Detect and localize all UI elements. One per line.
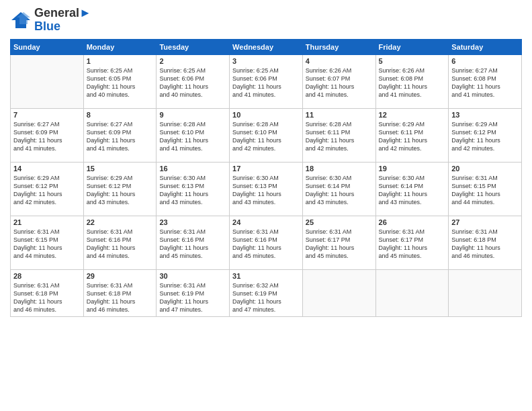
day-info: Sunrise: 6:31 AMSunset: 6:16 PMDaylight:…	[87, 228, 154, 261]
day-number: 17	[232, 165, 300, 173]
calendar-cell: 24Sunrise: 6:31 AMSunset: 6:16 PMDayligh…	[230, 216, 303, 269]
weekday-saturday: Saturday	[449, 39, 522, 54]
day-number: 12	[379, 111, 446, 119]
day-number: 11	[306, 111, 373, 119]
calendar-cell: 3Sunrise: 6:25 AMSunset: 6:06 PMDaylight…	[230, 54, 303, 108]
day-info: Sunrise: 6:28 AMSunset: 6:10 PMDaylight:…	[232, 120, 300, 153]
day-number: 18	[306, 165, 373, 173]
day-info: Sunrise: 6:31 AMSunset: 6:17 PMDaylight:…	[306, 228, 373, 261]
day-info: Sunrise: 6:31 AMSunset: 6:15 PMDaylight:…	[451, 174, 519, 207]
calendar-body: 1Sunrise: 6:25 AMSunset: 6:05 PMDaylight…	[11, 54, 522, 316]
day-number: 19	[379, 165, 446, 173]
day-number: 29	[87, 272, 154, 280]
calendar-header: SundayMondayTuesdayWednesdayThursdayFrid…	[11, 39, 522, 54]
day-number: 13	[451, 111, 519, 119]
day-info: Sunrise: 6:31 AMSunset: 6:19 PMDaylight:…	[159, 281, 226, 314]
day-number: 25	[306, 218, 373, 226]
day-number: 30	[159, 272, 226, 280]
day-number: 20	[451, 165, 519, 173]
weekday-wednesday: Wednesday	[230, 39, 303, 54]
calendar-cell: 11Sunrise: 6:28 AMSunset: 6:11 PMDayligh…	[302, 108, 375, 162]
day-info: Sunrise: 6:27 AMSunset: 6:09 PMDaylight:…	[13, 120, 81, 153]
header: General► Blue	[10, 7, 522, 34]
calendar: SundayMondayTuesdayWednesdayThursdayFrid…	[10, 39, 522, 317]
calendar-cell: 12Sunrise: 6:29 AMSunset: 6:11 PMDayligh…	[375, 108, 449, 162]
day-info: Sunrise: 6:28 AMSunset: 6:11 PMDaylight:…	[306, 120, 373, 153]
calendar-cell: 26Sunrise: 6:31 AMSunset: 6:17 PMDayligh…	[375, 216, 449, 269]
day-info: Sunrise: 6:27 AMSunset: 6:08 PMDaylight:…	[451, 66, 519, 99]
calendar-cell: 30Sunrise: 6:31 AMSunset: 6:19 PMDayligh…	[157, 269, 230, 316]
day-info: Sunrise: 6:30 AMSunset: 6:14 PMDaylight:…	[379, 174, 446, 207]
day-info: Sunrise: 6:25 AMSunset: 6:06 PMDaylight:…	[232, 66, 300, 99]
day-info: Sunrise: 6:30 AMSunset: 6:13 PMDaylight:…	[232, 174, 300, 207]
day-info: Sunrise: 6:25 AMSunset: 6:06 PMDaylight:…	[159, 66, 226, 99]
calendar-cell: 13Sunrise: 6:29 AMSunset: 6:12 PMDayligh…	[449, 108, 522, 162]
calendar-cell: 18Sunrise: 6:30 AMSunset: 6:14 PMDayligh…	[302, 162, 375, 216]
logo: General► Blue	[10, 7, 91, 34]
day-number: 5	[379, 57, 446, 65]
calendar-cell: 5Sunrise: 6:26 AMSunset: 6:08 PMDaylight…	[375, 54, 449, 108]
day-info: Sunrise: 6:30 AMSunset: 6:14 PMDaylight:…	[306, 174, 373, 207]
day-info: Sunrise: 6:29 AMSunset: 6:12 PMDaylight:…	[13, 174, 81, 207]
calendar-cell: 22Sunrise: 6:31 AMSunset: 6:16 PMDayligh…	[83, 216, 157, 269]
calendar-cell: 15Sunrise: 6:29 AMSunset: 6:12 PMDayligh…	[83, 162, 157, 216]
calendar-cell: 1Sunrise: 6:25 AMSunset: 6:05 PMDaylight…	[83, 54, 157, 108]
day-info: Sunrise: 6:25 AMSunset: 6:05 PMDaylight:…	[87, 66, 154, 99]
calendar-cell: 25Sunrise: 6:31 AMSunset: 6:17 PMDayligh…	[302, 216, 375, 269]
calendar-cell: 16Sunrise: 6:30 AMSunset: 6:13 PMDayligh…	[157, 162, 230, 216]
day-number: 6	[451, 57, 519, 65]
calendar-cell: 23Sunrise: 6:31 AMSunset: 6:16 PMDayligh…	[157, 216, 230, 269]
day-info: Sunrise: 6:26 AMSunset: 6:08 PMDaylight:…	[379, 66, 446, 99]
calendar-cell: 20Sunrise: 6:31 AMSunset: 6:15 PMDayligh…	[449, 162, 522, 216]
day-number: 8	[87, 111, 154, 119]
day-info: Sunrise: 6:30 AMSunset: 6:13 PMDaylight:…	[159, 174, 226, 207]
day-info: Sunrise: 6:29 AMSunset: 6:12 PMDaylight:…	[87, 174, 154, 207]
day-number: 3	[232, 57, 300, 65]
calendar-cell: 4Sunrise: 6:26 AMSunset: 6:07 PMDaylight…	[302, 54, 375, 108]
day-info: Sunrise: 6:29 AMSunset: 6:12 PMDaylight:…	[451, 120, 519, 153]
calendar-cell: 2Sunrise: 6:25 AMSunset: 6:06 PMDaylight…	[157, 54, 230, 108]
logo-general: General	[34, 6, 79, 19]
logo-text: General► Blue	[34, 7, 91, 34]
day-info: Sunrise: 6:31 AMSunset: 6:17 PMDaylight:…	[379, 228, 446, 261]
calendar-cell: 8Sunrise: 6:27 AMSunset: 6:09 PMDaylight…	[83, 108, 157, 162]
calendar-week-3: 21Sunrise: 6:31 AMSunset: 6:15 PMDayligh…	[11, 216, 522, 269]
calendar-cell: 14Sunrise: 6:29 AMSunset: 6:12 PMDayligh…	[11, 162, 84, 216]
day-number: 21	[13, 218, 81, 226]
calendar-cell: 17Sunrise: 6:30 AMSunset: 6:13 PMDayligh…	[230, 162, 303, 216]
calendar-cell: 27Sunrise: 6:31 AMSunset: 6:18 PMDayligh…	[449, 216, 522, 269]
day-number: 16	[159, 165, 226, 173]
day-number: 24	[232, 218, 300, 226]
calendar-cell	[375, 269, 449, 316]
day-info: Sunrise: 6:31 AMSunset: 6:18 PMDaylight:…	[87, 281, 154, 314]
logo-blue: Blue	[34, 19, 60, 33]
day-number: 9	[159, 111, 226, 119]
day-info: Sunrise: 6:31 AMSunset: 6:18 PMDaylight:…	[13, 281, 81, 314]
day-number: 31	[232, 272, 300, 280]
day-number: 4	[306, 57, 373, 65]
day-number: 15	[87, 165, 154, 173]
day-number: 22	[87, 218, 154, 226]
weekday-friday: Friday	[375, 39, 449, 54]
day-info: Sunrise: 6:31 AMSunset: 6:18 PMDaylight:…	[451, 228, 519, 261]
day-number: 7	[13, 111, 81, 119]
calendar-cell	[449, 269, 522, 316]
calendar-cell	[302, 269, 375, 316]
day-info: Sunrise: 6:28 AMSunset: 6:10 PMDaylight:…	[159, 120, 226, 153]
weekday-thursday: Thursday	[302, 39, 375, 54]
calendar-cell: 31Sunrise: 6:32 AMSunset: 6:19 PMDayligh…	[230, 269, 303, 316]
weekday-monday: Monday	[83, 39, 157, 54]
day-info: Sunrise: 6:27 AMSunset: 6:09 PMDaylight:…	[87, 120, 154, 153]
calendar-cell: 9Sunrise: 6:28 AMSunset: 6:10 PMDaylight…	[157, 108, 230, 162]
day-number: 1	[87, 57, 154, 65]
day-info: Sunrise: 6:31 AMSunset: 6:15 PMDaylight:…	[13, 228, 81, 261]
weekday-tuesday: Tuesday	[157, 39, 230, 54]
logo-icon	[10, 11, 32, 30]
calendar-week-0: 1Sunrise: 6:25 AMSunset: 6:05 PMDaylight…	[11, 54, 522, 108]
day-info: Sunrise: 6:29 AMSunset: 6:11 PMDaylight:…	[379, 120, 446, 153]
calendar-week-4: 28Sunrise: 6:31 AMSunset: 6:18 PMDayligh…	[11, 269, 522, 316]
day-info: Sunrise: 6:32 AMSunset: 6:19 PMDaylight:…	[232, 281, 300, 314]
calendar-cell: 7Sunrise: 6:27 AMSunset: 6:09 PMDaylight…	[11, 108, 84, 162]
day-number: 2	[159, 57, 226, 65]
calendar-cell: 6Sunrise: 6:27 AMSunset: 6:08 PMDaylight…	[449, 54, 522, 108]
